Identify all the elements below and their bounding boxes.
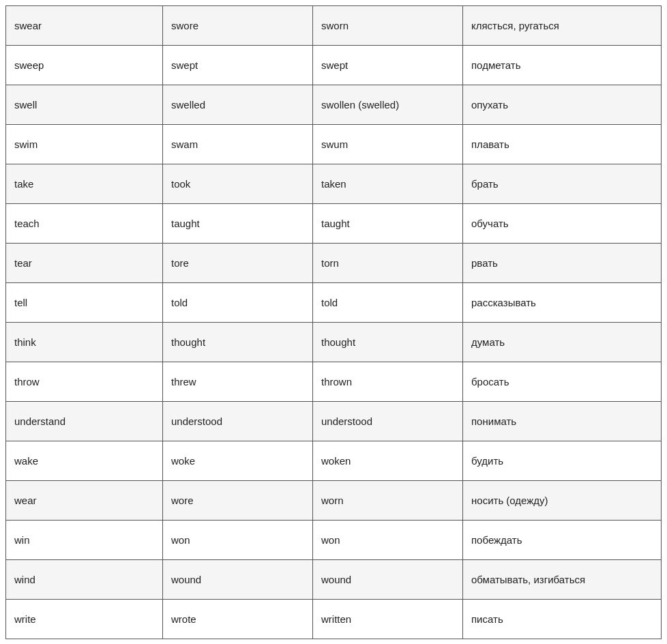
- table-cell: wound: [163, 560, 313, 600]
- table-cell: wake: [6, 441, 163, 481]
- table-cell: wound: [313, 560, 463, 600]
- table-row: swellswelledswollen (swelled)опухать: [6, 85, 662, 125]
- table-cell: wind: [6, 560, 163, 600]
- table-cell: thrown: [313, 362, 463, 402]
- table-row: swearsworeswornклясться, ругаться: [6, 6, 662, 46]
- table-cell: thought: [163, 323, 313, 362]
- table-cell: swum: [313, 125, 463, 164]
- table-row: taketooktakenбрать: [6, 164, 662, 204]
- table-cell: swear: [6, 6, 163, 46]
- table-row: understandunderstoodunderstoodпонимать: [6, 402, 662, 441]
- table-cell: писать: [463, 600, 662, 639]
- table-cell: thought: [313, 323, 463, 362]
- irregular-verbs-table: swearsworeswornклясться, ругатьсяsweepsw…: [5, 5, 662, 639]
- table-cell: рассказывать: [463, 283, 662, 323]
- table-cell: torn: [313, 244, 463, 283]
- table-cell: wore: [163, 481, 313, 521]
- table-cell: будить: [463, 441, 662, 481]
- table-cell: told: [313, 283, 463, 323]
- table-row: teachtaughttaughtобучать: [6, 204, 662, 244]
- table-wrapper: swearsworeswornклясться, ругатьсяsweepsw…: [0, 0, 667, 644]
- table-cell: taught: [163, 204, 313, 244]
- table-cell: understand: [6, 402, 163, 441]
- table-cell: win: [6, 521, 163, 560]
- table-cell: wear: [6, 481, 163, 521]
- table-cell: бросать: [463, 362, 662, 402]
- table-cell: побеждать: [463, 521, 662, 560]
- table-cell: woke: [163, 441, 313, 481]
- table-cell: swept: [163, 46, 313, 85]
- table-row: wearworewornносить (одежду): [6, 481, 662, 521]
- table-cell: wrote: [163, 600, 313, 639]
- table-row: telltoldtoldрассказывать: [6, 283, 662, 323]
- table-cell: брать: [463, 164, 662, 204]
- table-cell: обматывать, изгибаться: [463, 560, 662, 600]
- table-cell: подметать: [463, 46, 662, 85]
- table-row: thinkthoughtthoughtдумать: [6, 323, 662, 362]
- table-cell: думать: [463, 323, 662, 362]
- table-cell: понимать: [463, 402, 662, 441]
- table-row: swimswamswumплавать: [6, 125, 662, 164]
- table-row: writewrotewrittenписать: [6, 600, 662, 639]
- table-cell: teach: [6, 204, 163, 244]
- table-cell: woken: [313, 441, 463, 481]
- table-row: winwonwonпобеждать: [6, 521, 662, 560]
- table-row: sweepsweptsweptподметать: [6, 46, 662, 85]
- table-cell: tore: [163, 244, 313, 283]
- table-cell: threw: [163, 362, 313, 402]
- table-cell: tear: [6, 244, 163, 283]
- table-cell: рвать: [463, 244, 662, 283]
- table-cell: tell: [6, 283, 163, 323]
- table-cell: won: [163, 521, 313, 560]
- table-cell: took: [163, 164, 313, 204]
- table-row: throwthrewthrownбросать: [6, 362, 662, 402]
- table-cell: worn: [313, 481, 463, 521]
- table-cell: sworn: [313, 6, 463, 46]
- table-cell: written: [313, 600, 463, 639]
- table-cell: understood: [313, 402, 463, 441]
- table-cell: throw: [6, 362, 163, 402]
- table-cell: take: [6, 164, 163, 204]
- table-row: teartoretornрвать: [6, 244, 662, 283]
- table-cell: swam: [163, 125, 313, 164]
- table-cell: sweep: [6, 46, 163, 85]
- table-cell: swore: [163, 6, 313, 46]
- table-cell: think: [6, 323, 163, 362]
- table-cell: write: [6, 600, 163, 639]
- table-cell: swollen (swelled): [313, 85, 463, 125]
- table-row: wakewokewokenбудить: [6, 441, 662, 481]
- table-row: windwoundwoundобматывать, изгибаться: [6, 560, 662, 600]
- table-cell: опухать: [463, 85, 662, 125]
- table-cell: won: [313, 521, 463, 560]
- table-cell: swim: [6, 125, 163, 164]
- table-cell: swell: [6, 85, 163, 125]
- table-cell: обучать: [463, 204, 662, 244]
- table-cell: клясться, ругаться: [463, 6, 662, 46]
- table-cell: swelled: [163, 85, 313, 125]
- table-cell: understood: [163, 402, 313, 441]
- table-cell: носить (одежду): [463, 481, 662, 521]
- table-cell: told: [163, 283, 313, 323]
- table-cell: taught: [313, 204, 463, 244]
- table-cell: плавать: [463, 125, 662, 164]
- table-cell: taken: [313, 164, 463, 204]
- table-cell: swept: [313, 46, 463, 85]
